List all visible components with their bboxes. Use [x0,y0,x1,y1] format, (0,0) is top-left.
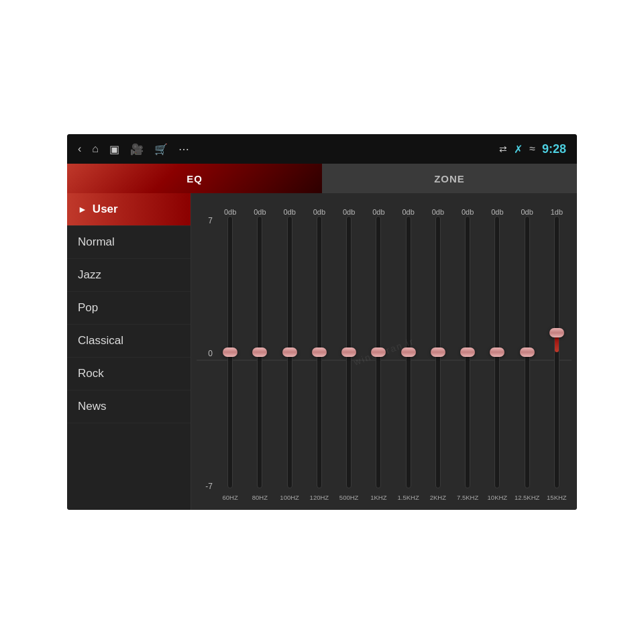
slider-col-100HZ: 100HZ [275,216,305,504]
freq-label-2KHZ: 2KHZ [430,491,446,504]
slider-col-500HZ: 500HZ [334,216,364,504]
slider-thumb-500HZ[interactable] [341,347,356,357]
freq-label-7.5KHZ: 7.5KHZ [457,491,478,504]
status-bar: ‹ ⌂ ▣ 🎥 🛒 ⋯ ⇄ ✗ ≈ 9:28 [67,134,577,164]
slider-track-area-120HZ [305,216,334,488]
slider-track-12.5KHZ[interactable] [525,216,530,488]
slider-thumb-12.5KHZ[interactable] [520,347,535,357]
slider-track-7.5KHZ[interactable] [465,216,470,488]
slider-track-area-7.5KHZ [453,216,482,488]
slider-track-area-100HZ [275,216,305,488]
db-label-12.5KHZ: 0db [513,208,542,216]
wifi-icon: ≈ [529,143,535,155]
db-label-1KHZ: 0db [364,208,393,216]
home-icon[interactable]: ⌂ [92,143,99,155]
slider-track-area-80HZ [245,216,274,488]
slider-col-10KHZ: 10KHZ [482,216,512,504]
y-axis: 7 0 -7 [197,216,215,504]
camera-icon[interactable]: 🎥 [130,143,144,156]
slider-col-120HZ: 120HZ [305,216,334,504]
cast-icon: ⇄ [499,144,507,154]
recent-apps-icon[interactable]: ▣ [109,143,119,156]
slider-track-1KHZ[interactable] [376,216,381,488]
db-labels-row: 0db0db0db0db0db0db0db0db0db0db0db1db [197,200,572,216]
db-label-60HZ: 0db [215,208,245,216]
slider-track-area-1.5KHZ [394,216,423,488]
slider-thumb-7.5KHZ[interactable] [460,347,475,357]
freq-label-12.5KHZ: 12.5KHZ [515,491,540,504]
freq-label-1KHZ: 1KHZ [370,491,386,504]
sidebar-item-jazz[interactable]: Jazz [67,259,191,292]
y-label-0: 0 [208,349,213,358]
slider-thumb-120HZ[interactable] [312,347,327,357]
db-label-120HZ: 0db [305,208,334,216]
freq-label-60HZ: 60HZ [223,491,238,504]
slider-col-80HZ: 80HZ [245,216,274,504]
slider-col-1.5KHZ: 1.5KHZ [394,216,423,504]
slider-track-120HZ[interactable] [317,216,322,488]
status-time: 9:28 [542,142,566,156]
db-label-1.5KHZ: 0db [394,208,423,216]
slider-track-15KHZ[interactable] [554,216,559,488]
freq-label-500HZ: 500HZ [339,491,359,504]
bluetooth-icon: ✗ [514,143,523,156]
slider-col-12.5KHZ: 12.5KHZ [513,216,542,504]
slider-track-60HZ[interactable] [227,216,233,488]
eq-area: wincairan.ir 0db0db0db0db0db0db0db0db0db… [191,193,577,510]
slider-track-80HZ[interactable] [257,216,262,488]
status-bar-left: ‹ ⌂ ▣ 🎥 🛒 ⋯ [78,143,189,156]
sidebar-item-normal[interactable]: Normal [67,226,191,259]
tab-zone[interactable]: ZONE [322,164,577,193]
freq-label-100HZ: 100HZ [280,491,299,504]
bag-icon[interactable]: 🛒 [154,143,168,156]
slider-thumb-1KHZ[interactable] [371,347,386,357]
slider-thumb-10KHZ[interactable] [490,347,504,357]
slider-track-area-60HZ [215,216,245,488]
db-label-500HZ: 0db [334,208,364,216]
play-arrow-icon: ► [78,204,87,215]
slider-thumb-15KHZ[interactable] [549,328,564,337]
db-label-2KHZ: 0db [423,208,453,216]
slider-track-1.5KHZ[interactable] [406,216,411,488]
main-content: ► User Normal Jazz Pop Classical Rock Ne… [67,193,577,510]
slider-col-1KHZ: 1KHZ [364,216,393,504]
slider-track-area-15KHZ [542,216,572,488]
freq-label-80HZ: 80HZ [252,491,268,504]
sidebar-item-classical[interactable]: Classical [67,325,191,358]
slider-col-15KHZ: 15KHZ [542,216,572,504]
sliders-section: 7 0 -7 60HZ80HZ100HZ120HZ500HZ1KHZ1.5KHZ… [197,216,572,504]
freq-label-15KHZ: 15KHZ [547,491,567,504]
slider-thumb-1.5KHZ[interactable] [401,347,416,357]
sidebar-item-pop[interactable]: Pop [67,292,191,325]
sidebar-item-news[interactable]: News [67,390,191,423]
sliders-container: 60HZ80HZ100HZ120HZ500HZ1KHZ1.5KHZ2KHZ7.5… [215,216,572,504]
slider-col-7.5KHZ: 7.5KHZ [453,216,482,504]
slider-track-area-10KHZ [482,216,512,488]
db-label-80HZ: 0db [245,208,274,216]
freq-label-120HZ: 120HZ [310,491,329,504]
tab-eq[interactable]: EQ [67,164,322,193]
sidebar-item-user[interactable]: ► User [67,193,191,226]
freq-label-1.5KHZ: 1.5KHZ [398,491,419,504]
db-label-7.5KHZ: 0db [453,208,482,216]
slider-track-10KHZ[interactable] [494,216,500,488]
slider-track-area-12.5KHZ [513,216,542,488]
y-label-neg7: -7 [205,482,213,491]
slider-track-500HZ[interactable] [346,216,352,488]
slider-col-2KHZ: 2KHZ [423,216,453,504]
back-arrow-icon[interactable]: ‹ [78,143,81,155]
slider-thumb-80HZ[interactable] [252,347,267,357]
slider-thumb-60HZ[interactable] [223,347,237,357]
slider-thumb-2KHZ[interactable] [431,347,445,357]
slider-thumb-100HZ[interactable] [282,347,297,357]
slider-track-2KHZ[interactable] [435,216,441,488]
slider-track-area-2KHZ [423,216,453,488]
sidebar-item-rock[interactable]: Rock [67,358,191,390]
db-label-10KHZ: 0db [482,208,512,216]
device-frame: ‹ ⌂ ▣ 🎥 🛒 ⋯ ⇄ ✗ ≈ 9:28 EQ ZONE ► User [67,134,577,510]
slider-track-100HZ[interactable] [287,216,292,488]
tabs: EQ ZONE [67,164,577,193]
slider-track-area-500HZ [334,216,364,488]
slider-col-60HZ: 60HZ [215,216,245,504]
more-icon[interactable]: ⋯ [178,143,189,156]
